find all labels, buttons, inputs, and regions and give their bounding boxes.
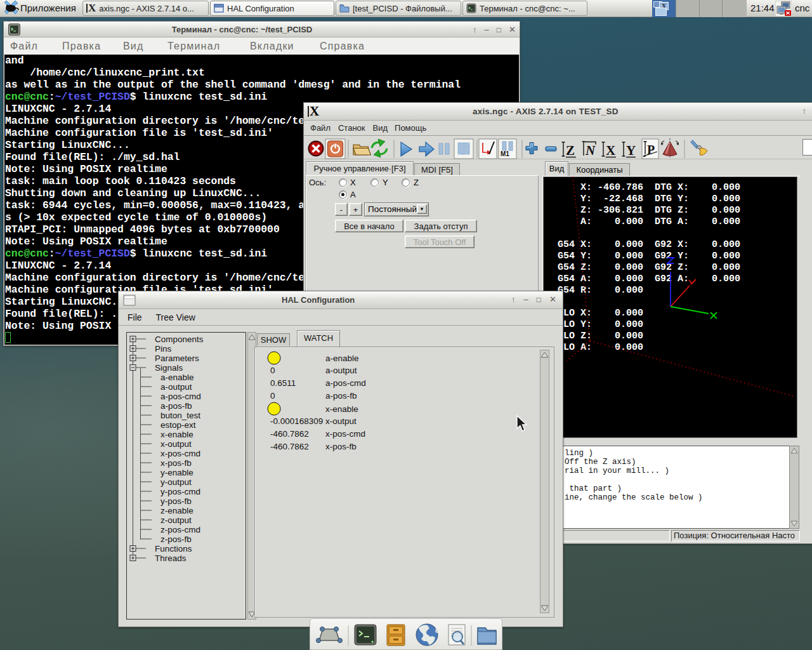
svg-text:y-pos-cmd: y-pos-cmd: [160, 487, 200, 496]
svg-text:Z: Z: [566, 143, 575, 158]
svg-text:M1: M1: [501, 150, 509, 157]
svg-text:Signals: Signals: [155, 363, 183, 373]
svg-text:Pins: Pins: [155, 344, 172, 354]
svg-text:a-pos-fb: a-pos-fb: [325, 391, 357, 401]
svg-text:z-pos-cmd: z-pos-cmd: [160, 525, 200, 534]
svg-text:x-output: x-output: [325, 416, 357, 426]
svg-text:Threads: Threads: [155, 554, 187, 563]
svg-text:-460.7862: -460.7862: [270, 429, 309, 439]
svg-text:a-enable: a-enable: [160, 373, 194, 382]
svg-text:a-pos-cmd: a-pos-cmd: [325, 378, 366, 388]
svg-text:a-output: a-output: [325, 366, 357, 375]
svg-text:x-enable: x-enable: [160, 430, 193, 439]
svg-text:x-pos-cmd: x-pos-cmd: [160, 449, 200, 458]
svg-text:z-pos-fb: z-pos-fb: [160, 534, 192, 544]
svg-text:x-pos-cmd: x-pos-cmd: [325, 429, 365, 439]
svg-text:-460.7862: -460.7862: [270, 442, 309, 451]
svg-text:Functions: Functions: [155, 544, 192, 554]
svg-text:a-pos-cmd: a-pos-cmd: [160, 392, 201, 401]
svg-text:a-enable: a-enable: [325, 354, 359, 363]
svg-text:Y: Y: [626, 143, 636, 158]
svg-text:a-pos-fb: a-pos-fb: [160, 401, 192, 411]
svg-text:Parameters: Parameters: [155, 354, 199, 363]
svg-text:y-enable: y-enable: [160, 468, 193, 477]
svg-text:x-pos-fb: x-pos-fb: [160, 458, 192, 468]
svg-text:X: X: [606, 143, 615, 158]
svg-text:Components: Components: [155, 335, 204, 344]
svg-text:N: N: [585, 143, 596, 158]
svg-text:0.6511: 0.6511: [270, 378, 296, 388]
svg-text:y-pos-fb: y-pos-fb: [160, 496, 192, 506]
svg-text:-0.000168309: -0.000168309: [270, 416, 323, 426]
svg-text:y-output: y-output: [160, 477, 192, 487]
svg-text:z-output: z-output: [160, 515, 192, 525]
svg-text:x-pos-fb: x-pos-fb: [325, 442, 357, 451]
svg-text:a-output: a-output: [160, 382, 192, 392]
svg-text:buton_test: buton_test: [160, 411, 200, 420]
svg-text:0: 0: [270, 366, 275, 375]
svg-text:estop-ext: estop-ext: [160, 420, 196, 430]
svg-text:x-enable: x-enable: [325, 404, 358, 414]
svg-text:x-output: x-output: [160, 439, 192, 449]
svg-text:0: 0: [270, 391, 275, 401]
svg-text:z-enable: z-enable: [160, 506, 193, 515]
